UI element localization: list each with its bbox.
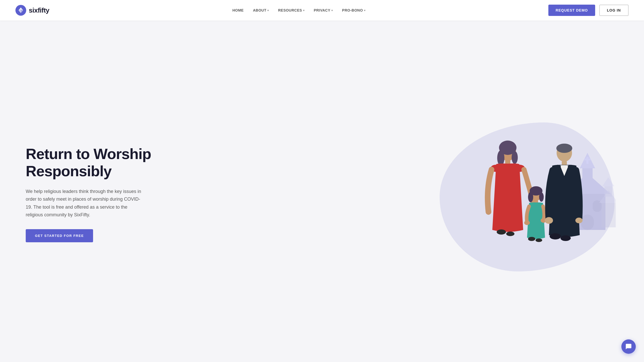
svg-point-22 [497, 229, 506, 235]
chat-icon [625, 343, 632, 350]
svg-rect-35 [562, 161, 567, 165]
privacy-chevron-icon: ▾ [331, 9, 333, 12]
svg-point-27 [539, 192, 544, 202]
svg-rect-18 [505, 160, 510, 164]
svg-point-17 [512, 151, 518, 164]
svg-point-32 [536, 238, 542, 242]
resources-chevron-icon: ▾ [303, 9, 305, 12]
svg-point-37 [575, 218, 583, 223]
svg-point-23 [506, 231, 514, 236]
svg-point-39 [560, 235, 571, 241]
nav-item-home[interactable]: HOME [232, 8, 244, 12]
chat-button[interactable] [621, 339, 636, 354]
svg-point-36 [545, 217, 553, 224]
svg-point-16 [497, 150, 504, 166]
nav-item-privacy[interactable]: PRIVACY ▾ [314, 8, 333, 12]
hero-title: Return to Worship Responsibly [26, 145, 151, 180]
hero-illustration [431, 117, 623, 271]
hero-section: Return to Worship Responsibly We help re… [0, 21, 644, 362]
logo-link[interactable]: sixfifty [15, 5, 49, 16]
svg-point-31 [528, 237, 535, 241]
navbar: sixfifty HOME ABOUT ▾ RESOURCES ▾ PRIVAC… [0, 0, 644, 21]
svg-point-29 [524, 220, 530, 225]
nav-actions: REQUEST DEMO LOG IN [548, 5, 629, 16]
logo-text: sixfifty [29, 6, 49, 14]
svg-point-34 [556, 144, 572, 153]
login-button[interactable]: LOG IN [599, 5, 629, 16]
request-demo-button[interactable]: REQUEST DEMO [548, 5, 595, 16]
nav-item-probono[interactable]: PRO-BONO ▾ [342, 8, 366, 12]
nav-item-about[interactable]: ABOUT ▾ [253, 8, 269, 12]
probono-chevron-icon: ▾ [364, 9, 366, 12]
hero-content: Return to Worship Responsibly We help re… [26, 145, 151, 242]
svg-point-26 [528, 192, 533, 202]
about-chevron-icon: ▾ [267, 9, 269, 12]
family-illustration [463, 127, 591, 261]
hero-description: We help religious leaders think through … [26, 188, 144, 219]
svg-rect-10 [602, 203, 616, 227]
svg-marker-13 [602, 177, 614, 186]
logo-icon [15, 5, 26, 16]
svg-point-38 [550, 233, 561, 239]
nav-menu: HOME ABOUT ▾ RESOURCES ▾ PRIVACY ▾ PRO-B… [232, 8, 365, 12]
nav-item-resources[interactable]: RESOURCES ▾ [278, 8, 305, 12]
get-started-button[interactable]: GET STARTED FOR FREE [26, 229, 93, 242]
svg-rect-12 [604, 186, 612, 197]
